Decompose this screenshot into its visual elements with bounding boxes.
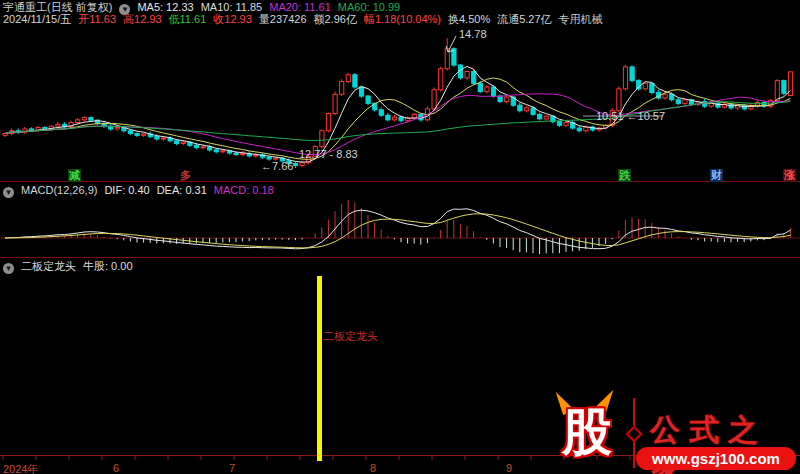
info-segment: 二板定龙头 (21, 260, 76, 272)
info-segment: 2024/11/15/五 (3, 13, 71, 25)
signal-panel-values: 二板定龙头牛股: 0.00 (21, 260, 140, 272)
info-segment: DIF: 0.40 (104, 184, 149, 196)
info-segment: DEA: 0.31 (157, 184, 207, 196)
chart-signal-flag: 多 (179, 169, 192, 182)
chart-signal-flag: 减 (68, 169, 81, 182)
info-segment: MA60: 10.99 (338, 1, 400, 13)
macd-header: ▾MACD(12,26,9)DIF: 0.40DEA: 0.31MACD: 0.… (3, 184, 288, 198)
info-segment: 收12.93 (213, 13, 252, 25)
info-segment: 换4.50% (448, 13, 490, 25)
chart-signal-flag: 财 (710, 169, 723, 182)
axis-date-label[interactable]: 8 (370, 462, 376, 474)
axis-date-label[interactable]: 9 (506, 462, 512, 474)
price-annotation: 10.51 ←10.57 (596, 110, 665, 122)
info-segment: 量237426 (259, 13, 307, 25)
info-segment: 专用机械 (559, 13, 603, 25)
macd-values: MACD(12,26,9)DIF: 0.40DEA: 0.31MACD: 0.1… (21, 184, 281, 196)
logo-stock-character: 股 (562, 402, 612, 462)
axis-date-label[interactable]: 6 (113, 462, 119, 474)
signal-event-label: 二板定龙头 (323, 329, 378, 344)
info-segment: MA20: 11.61 (269, 1, 331, 13)
signal-panel-header: ▾二板定龙头牛股: 0.00 (3, 260, 147, 274)
info-segment: 流通5.27亿 (497, 13, 551, 25)
stock-title: 宇通重工(日线 前复权) (3, 1, 112, 13)
price-annotation: 14.78 (459, 28, 487, 40)
info-segment: 低11.61 (169, 13, 207, 25)
price-annotation: ←7.66 (261, 160, 293, 172)
chevron-down-icon[interactable]: ▾ (3, 263, 14, 274)
ma-values: MA5: 12.33MA10: 11.85MA20: 11.61MA60: 10… (137, 1, 407, 13)
candlestick-chart: 14.7812.77 - 8.83←7.6610.51 ←10.57 (0, 0, 800, 474)
info-segment: 牛股: 0.00 (83, 260, 133, 272)
signal-event-bar (317, 276, 322, 461)
panel-separator (0, 257, 800, 258)
logo-site-url: www.gszj100.com (636, 447, 796, 470)
info-segment: MACD(12,26,9) (21, 184, 97, 196)
quote-info-bar: 2024/11/15/五开11.63高12.93低11.61收12.93量237… (3, 13, 610, 25)
price-annotation: 12.77 - 8.83 (299, 148, 358, 160)
axis-date-label[interactable]: 7 (229, 462, 235, 474)
info-segment: MACD: 0.18 (214, 184, 274, 196)
axis-date-label[interactable]: 2024年 (3, 462, 38, 474)
chart-signal-flag: 涨 (783, 169, 796, 182)
info-segment: MA10: 11.85 (201, 1, 263, 13)
info-segment: MA5: 12.33 (137, 1, 193, 13)
info-segment: 高12.93 (123, 13, 162, 25)
chevron-down-icon[interactable]: ▾ (3, 187, 14, 198)
chart-signal-flag: 跌 (618, 169, 631, 182)
chart-window: 14.7812.77 - 8.83←7.6610.51 ←10.57 宇通重工(… (0, 0, 800, 474)
info-segment: 幅1.18(10.04%) (364, 13, 441, 25)
info-segment: 开11.63 (78, 13, 116, 25)
info-segment: 额2.96亿 (314, 13, 357, 25)
panel-separator (0, 181, 800, 182)
